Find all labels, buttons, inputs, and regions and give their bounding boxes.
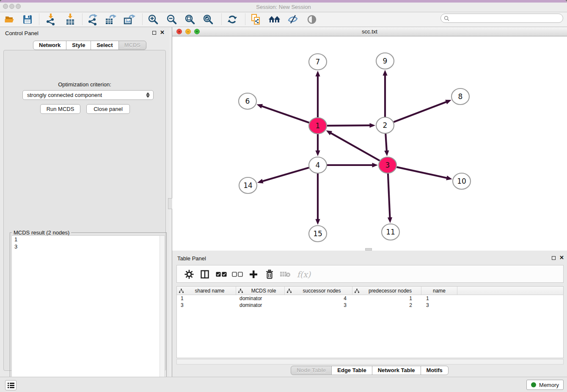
cell-predecessor-nodes[interactable]: 1 [352,295,421,302]
add-column-button[interactable] [247,268,260,281]
network-window-title: scc.txt [172,28,567,35]
control-panel: Control Panel ✕ Network Style Select MCD… [0,27,169,377]
optimization-criterion-select[interactable]: strongly connected component [22,90,154,100]
cell-predecessor-nodes[interactable]: 2 [352,302,421,309]
tab-edge-table[interactable]: Edge Table [331,366,372,375]
cell-successor-nodes[interactable]: 4 [285,295,352,302]
graph-node-label-11: 11 [386,228,395,236]
table-panel: Table Panel ✕ [172,252,567,376]
tab-mcds[interactable]: MCDS [118,41,146,50]
search-field[interactable] [440,14,563,23]
table-row[interactable]: 3 dominator 3 2 3 [177,302,563,309]
close-panel-icon[interactable]: ✕ [160,30,165,36]
refresh-icon [227,14,238,25]
table-tabs: Node Table Edge Table Network Table Moti… [172,366,567,375]
column-header-successor-nodes[interactable]: successor nodes [285,287,352,295]
cell-shared-name[interactable]: 1 [177,295,236,302]
home-icon [268,14,281,25]
graph-edge-2-8[interactable] [394,102,447,122]
column-header-shared-name[interactable]: shared name [177,287,236,295]
table-row[interactable]: 1 dominator 4 1 1 [177,295,563,302]
split-view-button[interactable] [198,268,212,281]
zoom-in-icon [148,14,159,25]
export-table-icon [105,14,117,25]
cell-successor-nodes[interactable]: 3 [285,302,352,309]
graph-edge-3-11[interactable] [388,174,390,218]
memory-status-icon [531,382,536,387]
graph-edge-1-6[interactable] [261,106,309,123]
delete-column-button[interactable] [263,268,276,281]
network-resize-grip[interactable] [365,248,372,251]
zoom-out-button[interactable] [164,13,179,26]
fit-content-button[interactable] [182,13,198,26]
float-panel-icon[interactable] [152,31,156,35]
open-session-button[interactable] [2,13,17,26]
cell-shared-name[interactable]: 3 [177,302,236,309]
tab-style[interactable]: Style [66,41,91,50]
import-table-button[interactable] [63,13,78,26]
toolbar-separator [142,14,143,25]
float-panel-icon[interactable] [552,256,556,260]
zoom-selected-button[interactable] [201,13,216,26]
main-toolbar [0,12,567,27]
cell-mcds-role[interactable]: dominator [236,295,285,302]
task-history-button[interactable] [5,380,17,390]
result-line: 1 [12,236,165,243]
hide-graphics-button[interactable] [285,13,300,26]
show-all-columns-button[interactable] [215,268,228,281]
clone-network-button[interactable] [248,13,264,26]
graph-edge-1-2[interactable] [327,125,371,126]
tab-motifs[interactable]: Motifs [421,366,449,375]
refresh-layout-button[interactable] [225,13,240,26]
tab-network-table[interactable]: Network Table [372,366,421,375]
run-mcds-button[interactable]: Run MCDS [40,104,80,114]
panel-divider[interactable] [169,27,172,377]
graph-node-label-4: 4 [316,161,320,169]
graph-edge-arrow-1-7 [315,71,320,77]
search-input[interactable] [451,15,563,22]
table-settings-button[interactable] [182,268,196,281]
graph-edge-2-3[interactable] [385,134,387,152]
split-columns-icon [201,270,209,279]
table-horizontal-scrollbar[interactable] [176,359,564,364]
export-table-button[interactable] [103,13,118,26]
close-panel-icon[interactable]: ✕ [559,255,564,261]
application-window: Session: New Session [0,0,567,392]
attribute-icon [355,289,359,293]
import-network-button[interactable] [43,13,58,26]
export-network-button[interactable] [85,13,100,26]
column-header-name[interactable]: name [421,287,457,295]
cell-name[interactable]: 1 [421,295,457,302]
tab-network[interactable]: Network [33,41,66,50]
close-panel-button[interactable]: Close panel [86,104,130,114]
save-session-button[interactable] [20,13,35,26]
mcds-result-textarea[interactable]: 1 3 [11,235,165,390]
export-image-button[interactable] [122,13,137,26]
zoom-in-button[interactable] [146,13,161,26]
chevron-up-down-icon [144,92,151,98]
network-view[interactable]: 7968124314101511 [172,36,567,251]
fit-content-icon [184,14,195,25]
toolbar-separator [82,14,83,25]
mcds-result-group: MCDS result (2 nodes) 1 3 [10,232,167,392]
tab-node-table[interactable]: Node Table [291,366,332,375]
network-window-titlebar[interactable]: × − + scc.txt [172,27,567,36]
cell-mcds-role[interactable]: dominator [236,302,285,309]
contrast-button[interactable] [304,13,319,26]
optimization-criterion-label: Optimization criterion: [4,81,165,88]
hide-all-columns-button[interactable] [231,268,244,281]
column-header-mcds-role[interactable]: MCDS role [236,287,285,295]
column-header-predecessor-nodes[interactable]: predecessor nodes [352,287,421,295]
graph-edge-3-10[interactable] [396,167,447,178]
memory-button[interactable]: Memory [526,380,564,390]
tab-select[interactable]: Select [91,41,118,50]
table-header-row: shared name MCDS role successor nodes pr… [177,287,563,295]
network-graph[interactable]: 7968124314101511 [172,36,567,251]
cell-name[interactable]: 3 [421,302,457,309]
home-button[interactable] [267,13,282,26]
contrast-icon [307,14,317,25]
result-scrollbar[interactable] [160,236,165,390]
graph-edge-4-14[interactable] [262,168,309,181]
graph-edge-3-1[interactable] [330,133,380,161]
control-panel-tabs: Network Style Select MCDS [33,41,146,50]
